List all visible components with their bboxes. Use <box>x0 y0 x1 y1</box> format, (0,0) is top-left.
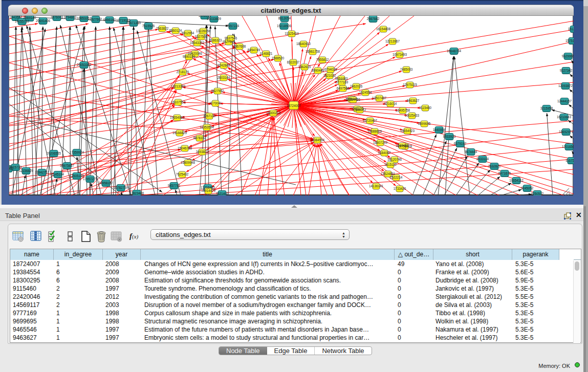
svg-text:19218506: 19218506 <box>277 24 292 28</box>
svg-text:16671355: 16671355 <box>126 21 141 25</box>
svg-text:9099483: 9099483 <box>396 144 409 147</box>
svg-text:7462026: 7462026 <box>350 84 363 88</box>
svg-text:2069140: 2069140 <box>24 16 36 19</box>
svg-text:20206555: 20206555 <box>47 151 61 155</box>
svg-text:16154808: 16154808 <box>376 27 391 31</box>
svg-text:8454749: 8454749 <box>248 48 260 52</box>
svg-text:16033809: 16033809 <box>207 17 222 20</box>
svg-text:9329966: 9329966 <box>562 54 574 58</box>
svg-text:1943557: 1943557 <box>10 16 23 19</box>
svg-text:1733426: 1733426 <box>394 187 406 190</box>
svg-text:13495758: 13495758 <box>396 108 410 112</box>
svg-text:17016504: 17016504 <box>562 145 574 148</box>
svg-text:12823448: 12823448 <box>129 191 144 195</box>
svg-text:10958157: 10958157 <box>99 181 114 185</box>
svg-text:10688609: 10688609 <box>367 129 382 133</box>
svg-text:7955812: 7955812 <box>316 58 329 61</box>
svg-text:9146821: 9146821 <box>260 52 273 55</box>
svg-text:1621022: 1621022 <box>323 74 336 77</box>
svg-text:10507487: 10507487 <box>372 96 387 100</box>
svg-text:20364436: 20364436 <box>346 98 361 101</box>
svg-text:39975857: 39975857 <box>60 164 75 167</box>
svg-text:2522214: 2522214 <box>390 176 403 179</box>
svg-text:18640910: 18640910 <box>296 42 311 46</box>
svg-text:8186323: 8186323 <box>209 38 222 42</box>
svg-text:12213967: 12213967 <box>385 39 400 43</box>
svg-text:16120746: 16120746 <box>387 158 402 161</box>
svg-text:15046788: 15046788 <box>178 146 192 150</box>
svg-text:12093872: 12093872 <box>558 84 573 87</box>
svg-text:8322037: 8322037 <box>287 60 300 64</box>
svg-text:9777169: 9777169 <box>336 80 349 84</box>
svg-text:3915733: 3915733 <box>9 165 22 169</box>
svg-text:15809948: 15809948 <box>181 161 195 164</box>
svg-text:9115460: 9115460 <box>419 106 432 110</box>
svg-text:6379197: 6379197 <box>454 142 467 145</box>
svg-text:2933114: 2933114 <box>476 157 489 161</box>
svg-text:19166825: 19166825 <box>172 131 187 135</box>
svg-text:9184067: 9184067 <box>378 151 391 155</box>
svg-text:1624554: 1624554 <box>359 91 372 94</box>
svg-text:6466160: 6466160 <box>103 18 116 21</box>
svg-text:11353594: 11353594 <box>200 125 214 129</box>
svg-text:19654983: 19654983 <box>170 116 185 119</box>
svg-text:10654112: 10654112 <box>509 179 524 182</box>
svg-text:9245052: 9245052 <box>521 186 534 190</box>
svg-text:9794803: 9794803 <box>64 16 77 19</box>
svg-text:7632821: 7632821 <box>488 164 501 168</box>
svg-text:14136141: 14136141 <box>369 184 384 188</box>
svg-text:18724007: 18724007 <box>287 104 301 107</box>
svg-text:12156829: 12156829 <box>19 169 34 172</box>
svg-text:14055712: 14055712 <box>15 19 30 23</box>
svg-text:13524851: 13524851 <box>381 172 396 176</box>
svg-text:16782759: 16782759 <box>114 186 128 189</box>
svg-text:16961758: 16961758 <box>306 50 320 53</box>
svg-text:3267130: 3267130 <box>203 114 216 118</box>
svg-text:12505195: 12505195 <box>70 174 84 178</box>
svg-text:9457791: 9457791 <box>168 184 181 187</box>
svg-text:9890159: 9890159 <box>183 55 195 58</box>
svg-text:17359924: 17359924 <box>70 150 84 154</box>
svg-text:8933923: 8933923 <box>443 135 456 138</box>
svg-text:12975115: 12975115 <box>403 83 417 86</box>
svg-text:15720407: 15720407 <box>363 119 378 122</box>
svg-text:1512195: 1512195 <box>568 27 574 31</box>
svg-text:7357224: 7357224 <box>227 24 239 28</box>
svg-text:18807249: 18807249 <box>373 141 388 144</box>
svg-text:8813054: 8813054 <box>278 16 291 20</box>
svg-text:15300213: 15300213 <box>266 111 281 115</box>
svg-text:2987682: 2987682 <box>367 17 380 20</box>
svg-text:1588520: 1588520 <box>272 56 285 60</box>
svg-text:11325419: 11325419 <box>285 32 299 35</box>
svg-text:16210643: 16210643 <box>557 115 572 119</box>
svg-text:8463627: 8463627 <box>407 99 420 102</box>
svg-text:15751074: 15751074 <box>565 39 574 42</box>
svg-text:6794028: 6794028 <box>324 68 337 71</box>
svg-text:20691406: 20691406 <box>36 19 51 23</box>
svg-text:13226058: 13226058 <box>196 29 211 33</box>
svg-text:9451063: 9451063 <box>335 77 348 80</box>
svg-text:9527505: 9527505 <box>223 40 235 43</box>
svg-text:1362615: 1362615 <box>298 65 311 69</box>
svg-text:1615112: 1615112 <box>384 163 397 166</box>
svg-text:7515526: 7515526 <box>142 24 155 28</box>
svg-text:9242848: 9242848 <box>217 63 230 67</box>
svg-text:1167533: 1167533 <box>565 159 574 162</box>
svg-text:7485003: 7485003 <box>400 68 413 71</box>
svg-text:16648784: 16648784 <box>447 49 462 53</box>
svg-text:2603144: 2603144 <box>217 76 230 79</box>
svg-text:19384554: 19384554 <box>310 138 325 142</box>
svg-text:1527602: 1527602 <box>90 17 102 21</box>
svg-text:1145194: 1145194 <box>52 172 64 176</box>
svg-text:9474444: 9474444 <box>465 150 477 154</box>
svg-text:9327505: 9327505 <box>195 35 208 38</box>
svg-text:9537546: 9537546 <box>225 36 237 40</box>
svg-text:15692971: 15692971 <box>559 130 574 134</box>
svg-text:16543302: 16543302 <box>190 41 205 45</box>
svg-text:8878332: 8878332 <box>193 136 206 140</box>
svg-text:8990448: 8990448 <box>312 69 324 72</box>
svg-text:6899695: 6899695 <box>418 122 431 125</box>
svg-text:3493822: 3493822 <box>196 150 209 154</box>
svg-text:8427552: 8427552 <box>211 89 224 93</box>
svg-text:8471675: 8471675 <box>498 171 511 175</box>
